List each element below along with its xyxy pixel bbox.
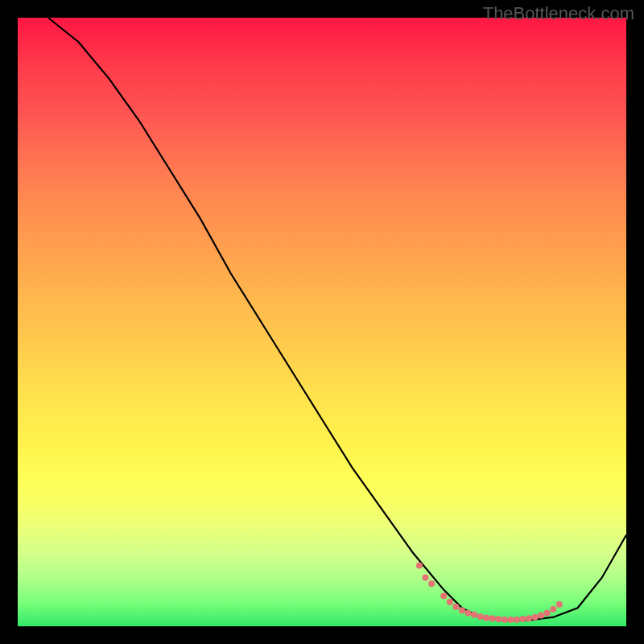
highlight-dot bbox=[483, 614, 489, 621]
highlight-dot bbox=[544, 609, 551, 616]
highlight-dot bbox=[526, 615, 532, 621]
main-curve bbox=[48, 18, 626, 620]
highlight-dot bbox=[464, 609, 471, 616]
highlight-dot bbox=[495, 616, 502, 622]
highlight-dot bbox=[538, 612, 544, 618]
highlight-dot bbox=[502, 617, 508, 623]
highlight-points bbox=[416, 562, 563, 622]
highlight-dot bbox=[520, 616, 526, 622]
chart-svg bbox=[18, 18, 626, 626]
plot-area bbox=[18, 18, 626, 626]
highlight-dot bbox=[440, 592, 447, 599]
highlight-dot bbox=[459, 607, 465, 613]
highlight-dot bbox=[428, 580, 435, 587]
highlight-dot bbox=[507, 617, 514, 623]
highlight-dot bbox=[416, 562, 423, 568]
highlight-dot bbox=[471, 612, 477, 618]
highlight-dot bbox=[477, 613, 484, 620]
highlight-dot bbox=[550, 606, 556, 613]
highlight-dot bbox=[452, 604, 459, 610]
highlight-dot bbox=[514, 617, 520, 623]
highlight-dot bbox=[489, 615, 496, 621]
watermark-text: TheBottleneck.com bbox=[483, 3, 634, 24]
highlight-dot bbox=[423, 575, 429, 581]
highlight-dot bbox=[447, 599, 453, 605]
highlight-dot bbox=[556, 601, 563, 608]
highlight-dot bbox=[532, 614, 539, 621]
